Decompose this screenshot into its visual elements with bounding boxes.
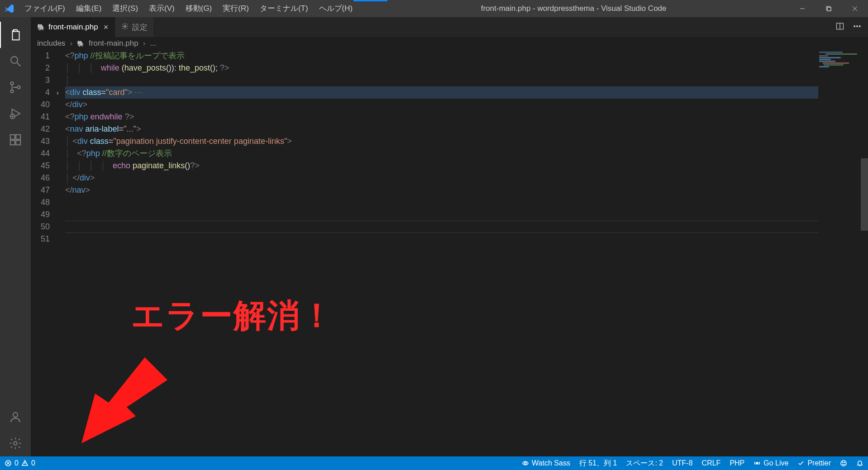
minimap[interactable]	[814, 50, 859, 456]
code-line[interactable]: </div>	[65, 99, 818, 111]
code-line[interactable]: │ │ │ │ echo paginate_links()?>	[65, 160, 818, 172]
code-line[interactable]: │	[65, 74, 818, 86]
code-line[interactable]: │ </div>	[65, 172, 818, 184]
status-watch-sass[interactable]: Watch Sass	[517, 456, 575, 470]
status-encoding[interactable]: UTF-8	[668, 456, 697, 470]
line-number[interactable]: 4	[31, 86, 50, 99]
scrollbar-thumb[interactable]	[861, 158, 868, 231]
line-number[interactable]: 46	[31, 172, 50, 184]
php-file-icon: 🐘	[77, 40, 84, 47]
code-line[interactable]	[65, 209, 818, 221]
code-line[interactable]: <?php endwhile ?>	[65, 111, 818, 123]
menu-terminal[interactable]: ターミナル(T)	[254, 0, 314, 17]
code-line[interactable]: │ <?php //数字のページ表示	[65, 147, 818, 160]
tab-front-main[interactable]: 🐘 front-main.php ×	[31, 17, 115, 37]
menu-file[interactable]: ファイル(F)	[19, 0, 71, 17]
maximize-button[interactable]	[816, 0, 842, 17]
tab-label: 設定	[132, 22, 148, 33]
svg-point-29	[756, 462, 758, 464]
run-debug-icon[interactable]	[0, 100, 31, 127]
window-controls	[789, 0, 868, 17]
line-number[interactable]: 1	[31, 50, 50, 62]
svg-point-28	[525, 462, 526, 464]
minimize-button[interactable]	[789, 0, 816, 17]
code-line[interactable]: <?php //投稿記事をループで表示	[65, 50, 818, 62]
svg-marker-33	[81, 357, 167, 443]
line-number[interactable]: 50	[31, 221, 50, 233]
svg-point-8	[10, 82, 13, 85]
breadcrumb-symbol[interactable]: ...	[150, 39, 156, 48]
status-cursor-pos[interactable]: 行 51、列 1	[575, 456, 622, 470]
accounts-icon[interactable]	[0, 404, 31, 430]
line-number[interactable]: 47	[31, 184, 50, 196]
warning-count: 0	[31, 459, 35, 467]
status-indent[interactable]: スペース: 2	[621, 456, 668, 470]
line-number[interactable]: 43	[31, 135, 50, 147]
code-line[interactable]: <div class="card"> ⋯	[65, 86, 818, 99]
settings-gear-icon[interactable]	[0, 430, 31, 456]
status-language[interactable]: PHP	[725, 456, 749, 470]
svg-rect-2	[827, 7, 831, 11]
fold-chevron-icon[interactable]: ›	[57, 86, 59, 99]
svg-point-6	[11, 57, 18, 63]
svg-rect-15	[16, 135, 20, 139]
svg-point-18	[124, 25, 126, 27]
close-button[interactable]	[842, 0, 868, 17]
annotation-arrow-icon	[41, 348, 167, 448]
line-number[interactable]: 51	[31, 233, 50, 245]
code-line[interactable]	[65, 233, 818, 245]
tab-label: front-main.php	[48, 23, 98, 32]
more-actions-icon[interactable]	[853, 22, 862, 33]
search-icon[interactable]	[0, 48, 31, 74]
breadcrumb-file[interactable]: front-main.php	[89, 39, 138, 48]
code-line[interactable]	[65, 221, 818, 233]
line-number[interactable]: 40	[31, 99, 50, 111]
window-title: front-main.php - wordpressthema - Visual…	[358, 4, 789, 13]
status-bell-icon[interactable]	[852, 456, 868, 470]
line-number[interactable]: 42	[31, 123, 50, 135]
status-eol[interactable]: CRLF	[697, 456, 725, 470]
line-number[interactable]: 3	[31, 74, 50, 86]
menu-edit[interactable]: 編集(E)	[71, 0, 107, 17]
line-number[interactable]: 41	[31, 111, 50, 123]
menu-help[interactable]: ヘルプ(H)	[314, 0, 358, 17]
close-tab-icon[interactable]: ×	[104, 23, 109, 32]
split-editor-icon[interactable]	[835, 22, 844, 33]
explorer-icon[interactable]	[0, 22, 31, 48]
code-line[interactable]: │ │ │ while (have_posts()): the_post(); …	[65, 62, 818, 74]
line-number[interactable]: 45	[31, 160, 50, 172]
extensions-icon[interactable]	[0, 127, 31, 153]
code-area[interactable]: <?php //投稿記事をループで表示│ │ │ while (have_pos…	[65, 50, 818, 245]
breadcrumb[interactable]: includes › 🐘 front-main.php › ...	[31, 37, 868, 50]
line-number[interactable]: 2	[31, 62, 50, 74]
status-feedback-icon[interactable]	[835, 456, 852, 470]
error-count: 0	[14, 459, 19, 467]
vscode-logo-icon	[0, 4, 19, 14]
line-number[interactable]: 49	[31, 209, 50, 221]
gear-icon	[121, 23, 129, 32]
menu-go[interactable]: 移動(G)	[180, 0, 218, 17]
source-control-icon[interactable]	[0, 74, 31, 100]
line-number[interactable]: 44	[31, 147, 50, 160]
menu-run[interactable]: 実行(R)	[217, 0, 254, 17]
menu-view[interactable]: 表示(V)	[143, 0, 180, 17]
status-bar: 0 0 Watch Sass 行 51、列 1 スペース: 2 UTF-8 CR…	[0, 456, 868, 470]
status-problems[interactable]: 0 0	[0, 456, 40, 470]
menu-select[interactable]: 選択(S)	[107, 0, 143, 17]
code-line[interactable]: <nav aria-label="...">	[65, 123, 818, 135]
line-number[interactable]: 48	[31, 196, 50, 209]
title-bar: ファイル(F) 編集(E) 選択(S) 表示(V) 移動(G) 実行(R) ター…	[0, 0, 868, 17]
tab-settings[interactable]: 設定	[115, 17, 154, 37]
menu-bar: ファイル(F) 編集(E) 選択(S) 表示(V) 移動(G) 実行(R) ター…	[19, 0, 358, 17]
breadcrumb-folder[interactable]: includes	[37, 39, 65, 48]
code-line[interactable]: │ <div class="pagination justify-content…	[65, 135, 818, 147]
php-file-icon: 🐘	[37, 24, 45, 31]
chevron-right-icon: ›	[70, 39, 72, 48]
activity-bar	[0, 17, 31, 456]
status-go-live[interactable]: Go Live	[749, 456, 793, 470]
status-prettier[interactable]: Prettier	[793, 456, 835, 470]
line-number-gutter[interactable]: 1234404142434445464748495051	[31, 50, 55, 245]
code-line[interactable]	[65, 196, 818, 209]
code-line[interactable]: </nav>	[65, 184, 818, 196]
vertical-scrollbar[interactable]	[861, 50, 868, 456]
